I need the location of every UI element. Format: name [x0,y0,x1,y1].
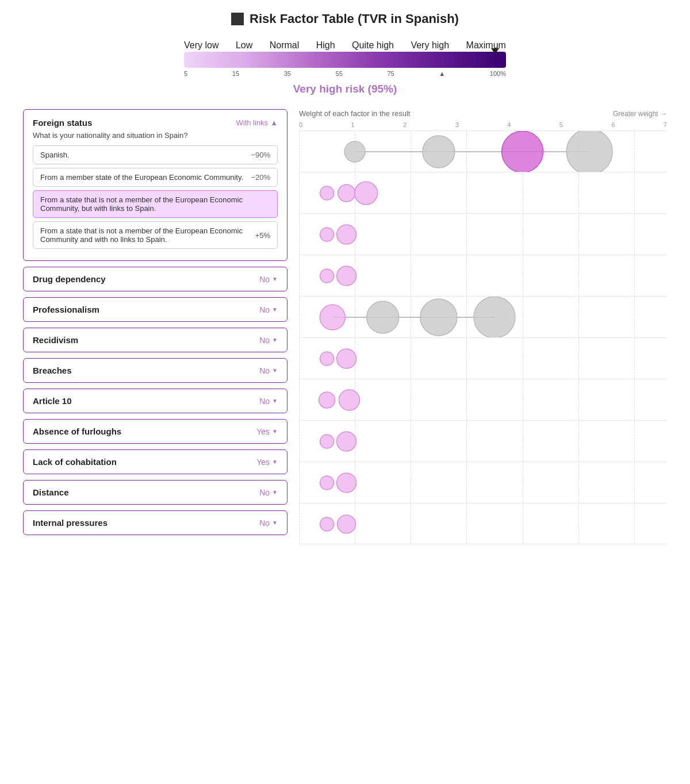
option-non-eea-nolinks-pct: +5% [255,231,270,240]
option-non-eea-nolinks[interactable]: From a state that is not a member of the… [33,221,278,249]
chart-area [299,130,667,544]
factor-value: No ▼ [259,275,278,284]
option-eea[interactable]: From a member state of the European Econ… [33,168,278,187]
option-spanish-pct: −90% [251,151,270,159]
svg-point-2 [423,136,455,168]
lack-cohabitation-chart [299,420,667,462]
svg-point-4 [566,131,612,172]
legend-section: Very low Low Normal High Quite high Very… [23,40,667,77]
factor-label: Breaches [33,366,72,375]
distance-chart-svg [299,462,690,504]
factor-value: No ▼ [259,488,278,497]
svg-point-26 [338,515,356,533]
factor-value: Yes ▼ [256,458,278,467]
absence-furloughs-chart [299,379,667,420]
professionalism-chart [299,213,667,255]
main-layout: Foreign status With links ▲ What is your… [23,109,667,544]
foreign-header: Foreign status With links ▲ [33,118,278,128]
drug-dependency-chart [299,172,667,213]
svg-point-18 [337,349,356,368]
legend-num-75: 75 [387,70,394,77]
chevron-down-icon: ▼ [272,520,278,526]
factor-label: Recidivism [33,335,78,345]
factor-label: Internal pressures [33,518,108,528]
article10-chart-svg [299,338,690,379]
svg-point-23 [320,476,334,490]
svg-point-10 [320,269,334,283]
svg-point-6 [338,185,355,202]
option-spanish[interactable]: Spanish. −90% [33,145,278,164]
page-title: Risk Factor Table (TVR in Spanish) [23,11,667,26]
chevron-down-icon: ▼ [272,367,278,374]
legend-label-low: Low [236,40,252,51]
right-panel: Weight of each factor in the result Grea… [288,109,667,544]
recidivism-chart [299,255,667,296]
lack-cohabitation-chart-svg [299,421,690,462]
chevron-down-icon: ▼ [272,459,278,465]
foreign-status-chart [299,130,667,172]
factor-row-lack-of-cohabitation[interactable]: Lack of cohabitation Yes ▼ [23,449,288,474]
chevron-down-icon: ▼ [272,276,278,282]
drug-dependency-chart-svg [299,172,690,214]
chevron-down-icon: ▼ [272,489,278,495]
legend-label-high: High [316,40,335,51]
title-icon [231,13,244,25]
svg-point-25 [320,517,334,531]
legend-num-35: 35 [284,70,291,77]
factor-row-distance[interactable]: Distance No ▼ [23,480,288,505]
marker-triangle [491,48,499,54]
svg-point-22 [337,432,356,451]
legend-num-tri: ▲ [439,70,445,77]
legend-bar [184,52,506,68]
legend-num-5: 5 [184,70,187,77]
factor-value: No ▼ [259,397,278,406]
svg-point-1 [344,141,365,162]
foreign-link[interactable]: With links ▲ [236,118,278,127]
factor-row-absence-of-furloughs[interactable]: Absence of furloughs Yes ▼ [23,419,288,444]
factor-value: No ▼ [259,336,278,345]
factor-value: No ▼ [259,366,278,375]
distance-chart [299,462,667,503]
legend-label-veryhigh: Very high [411,40,449,51]
factor-row-internal-pressures[interactable]: Internal pressures No ▼ [23,510,288,535]
factor-label: Lack of cohabitation [33,457,117,467]
chevron-down-icon: ▼ [272,337,278,343]
factor-row-professionalism[interactable]: Professionalism No ▼ [23,297,288,322]
left-panel: Foreign status With links ▲ What is your… [23,109,288,541]
absence-furloughs-chart-svg [299,379,690,421]
svg-point-14 [367,301,399,333]
option-non-eea-links[interactable]: From a state that is not a member of the… [33,190,278,218]
foreign-status-panel: Foreign status With links ▲ What is your… [23,109,288,261]
chevron-down-icon: ▼ [272,306,278,313]
factor-row-breaches[interactable]: Breaches No ▼ [23,358,288,383]
svg-point-7 [355,182,378,205]
option-spanish-text: Spanish. [40,151,70,159]
factor-row-drug-dependency[interactable]: Drug dependency No ▼ [23,267,288,291]
legend-num-15: 15 [232,70,239,77]
factor-label: Drug dependency [33,274,106,284]
factor-label: Article 10 [33,396,72,406]
svg-point-17 [320,352,334,366]
legend-label-verylow: Very low [184,40,218,51]
option-eea-text: From a member state of the European Econ… [40,173,243,182]
factor-row-article-10[interactable]: Article 10 No ▼ [23,389,288,413]
svg-point-20 [339,390,359,410]
legend-labels: Very low Low Normal High Quite high Very… [184,40,506,51]
svg-point-11 [337,266,356,286]
factor-value: No ▼ [259,305,278,314]
professionalism-chart-svg [299,214,690,255]
legend-num-100: 100% [490,70,506,77]
legend-numbers: 5 15 35 55 75 ▲ 100% [184,70,506,77]
chevron-up-icon: ▲ [270,118,278,127]
legend-label-normal: Normal [270,40,300,51]
internal-pressures-chart [299,503,667,544]
legend-marker [491,48,499,54]
breaches-chart-svg [299,297,690,338]
factor-label: Distance [33,487,69,497]
svg-point-5 [320,186,334,200]
option-non-eea-links-text: From a state that is not a member of the… [40,195,264,213]
chart-header-greater: Greater weight → [613,110,667,118]
factor-row-recidivism[interactable]: Recidivism No ▼ [23,328,288,352]
svg-point-16 [474,297,515,338]
article10-chart [299,337,667,379]
